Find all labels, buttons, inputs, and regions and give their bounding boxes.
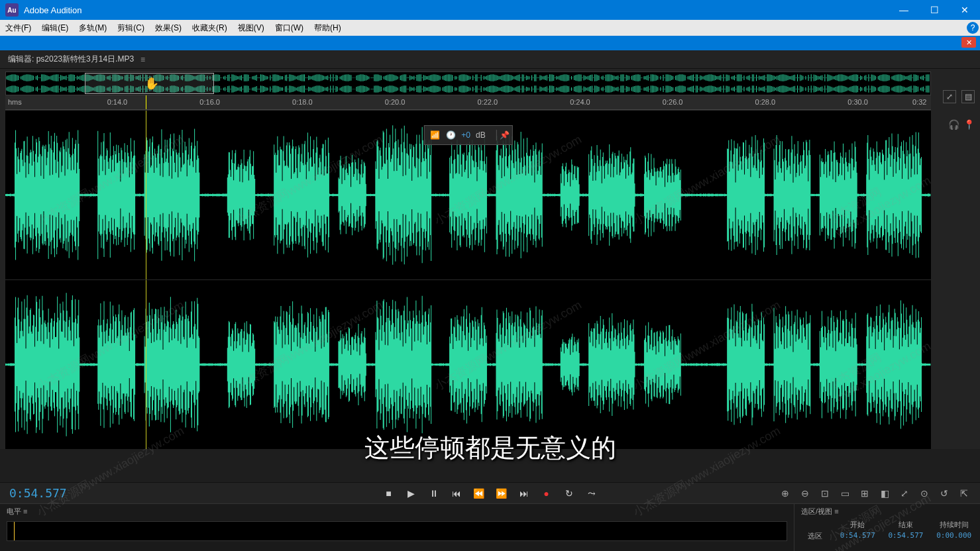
stop-button[interactable]: ■	[382, 488, 396, 499]
ruler-tick: 0:24.0	[570, 98, 590, 106]
editor-filename: ps2023新特性3月14日.MP3	[36, 54, 134, 65]
freq-display-toggle-icon[interactable]: ⤢	[943, 90, 956, 103]
sel-end-value[interactable]: 0:54.577	[884, 531, 928, 541]
loop-button[interactable]: ↻	[563, 488, 576, 499]
selection-panel: 选区/视图 ≡ 开始 结束 持续时间 选区 0:54.577 0:54.577 …	[794, 504, 980, 551]
zoom-tool-8[interactable]: ⊙	[918, 488, 931, 499]
menu-clip[interactable]: 剪辑(C)	[112, 20, 150, 36]
hand-cursor-icon: ✋	[144, 76, 159, 91]
headphone-icon[interactable]: 🎧	[948, 119, 959, 130]
playhead-line	[146, 280, 146, 449]
menu-view[interactable]: 视图(V)	[233, 20, 270, 36]
app-title: Adobe Audition	[24, 5, 82, 15]
ribbon-close-button[interactable]: ✕	[961, 37, 976, 48]
maximize-button[interactable]: ☐	[919, 0, 950, 20]
selection-panel-title: 选区/视图	[801, 507, 832, 517]
waveform-left-channel[interactable]: 📶 🕐 +0 dB 📌 dB -3-6-9 -12-18-∞ -18-12-9 …	[5, 110, 931, 279]
app-icon: Au	[5, 3, 19, 17]
zoom-tool-5[interactable]: ⊞	[858, 488, 871, 499]
menu-effects[interactable]: 效果(S)	[150, 20, 187, 36]
ruler-tick: 0:22.0	[477, 98, 498, 106]
zoom-fit-button[interactable]: ⊡	[818, 488, 832, 499]
overview-navigator[interactable]: ✋	[5, 72, 931, 95]
next-button[interactable]: ⏭	[517, 488, 531, 499]
levels-panel-menu-icon[interactable]: ≡	[23, 507, 27, 515]
level-meter	[7, 521, 787, 541]
time-ruler[interactable]: hms 0:14.0 0:16.0 0:18.0 0:20.0 0:22.0 0…	[5, 95, 931, 110]
playhead-marker[interactable]	[146, 95, 146, 109]
close-window-button[interactable]: ✕	[950, 0, 980, 20]
hud-clock-icon: 🕐	[445, 130, 456, 140]
menu-edit[interactable]: 编辑(E)	[36, 20, 74, 36]
sel-header-duration: 持续时间	[932, 520, 976, 530]
zoom-in-button[interactable]: ⊕	[779, 488, 792, 499]
record-button[interactable]: ●	[540, 488, 553, 499]
menu-window[interactable]: 窗口(W)	[270, 20, 309, 36]
rewind-button[interactable]: ⏪	[472, 488, 486, 499]
zoom-tool-9[interactable]: ↺	[938, 488, 951, 499]
hud-db-value[interactable]: +0	[461, 130, 470, 140]
menu-favorites[interactable]: 收藏夹(R)	[187, 20, 233, 36]
ruler-tick: 0:14.0	[107, 98, 128, 106]
sel-duration-value[interactable]: 0:00.000	[932, 531, 976, 541]
ruler-tick: 0:16.0	[199, 98, 220, 106]
menu-help[interactable]: 帮助(H)	[309, 20, 347, 36]
help-icon[interactable]: ?	[967, 22, 979, 34]
ruler-tick: 0:32	[912, 98, 926, 106]
levels-panel-title: 电平	[7, 507, 21, 517]
bottom-panels: 电平 ≡ 选区/视图 ≡ 开始 结束 持续时间 选区 0:54.577 0:54…	[0, 503, 980, 551]
editor-tab[interactable]: 编辑器: ps2023新特性3月14日.MP3 ≡	[0, 50, 980, 69]
sel-header-start: 开始	[836, 520, 880, 530]
menu-multitrack[interactable]: 多轨(M)	[74, 20, 112, 36]
waveform-right-channel[interactable]: dB -3-6-9 -12-18-∞ -18-12-9 -6-3 R	[5, 279, 931, 449]
skip-silence-button[interactable]: ⤳	[585, 488, 598, 499]
zoom-out-button[interactable]: ⊖	[798, 488, 812, 499]
timecode-display[interactable]: 0:54.577	[0, 486, 67, 500]
sel-row-label: 选区	[798, 531, 832, 541]
hud-pin-icon[interactable]: 📌	[496, 130, 507, 140]
play-button[interactable]: ▶	[405, 488, 418, 499]
pause-button[interactable]: ⏸	[427, 488, 441, 499]
hud-bars-icon: 📶	[429, 130, 440, 140]
sel-start-value[interactable]: 0:54.577	[836, 531, 880, 541]
editor-menu-icon[interactable]: ≡	[140, 55, 145, 64]
sel-header-end: 结束	[884, 520, 928, 530]
selection-panel-menu-icon[interactable]: ≡	[834, 507, 838, 515]
pin-icon[interactable]: 📍	[963, 119, 975, 130]
ruler-tick: 0:30.0	[847, 98, 868, 106]
prev-button[interactable]: ⏮	[450, 488, 463, 499]
gain-hud[interactable]: 📶 🕐 +0 dB 📌	[423, 125, 512, 145]
levels-panel: 电平 ≡	[0, 504, 794, 551]
spectral-toggle-icon[interactable]: ▤	[961, 90, 975, 103]
window-titlebar: Au Adobe Audition — ☐ ✕	[0, 0, 980, 20]
menu-file[interactable]: 文件(F)	[0, 20, 36, 36]
ruler-tick: 0:26.0	[663, 98, 683, 106]
subtitle-caption: 这些停顿都是无意义的	[364, 431, 616, 465]
toolbar-ribbon: ✕	[0, 36, 980, 50]
editor-prefix: 编辑器:	[8, 54, 34, 65]
ruler-unit: hms	[8, 98, 22, 106]
ruler-tick: 0:20.0	[385, 98, 406, 106]
zoom-tool-6[interactable]: ◧	[878, 488, 891, 499]
menu-bar: 文件(F) 编辑(E) 多轨(M) 剪辑(C) 效果(S) 收藏夹(R) 视图(…	[0, 20, 980, 36]
transport-bar: 0:54.577 ■ ▶ ⏸ ⏮ ⏪ ⏩ ⏭ ● ↻ ⤳ ⊕ ⊖ ⊡ ▭ ⊞ ◧…	[0, 482, 980, 503]
zoom-tool-10[interactable]: ⇱	[957, 488, 971, 499]
zoom-tool-7[interactable]: ⤢	[898, 488, 911, 499]
playhead-line	[146, 111, 146, 279]
level-meter-cursor	[14, 522, 15, 540]
forward-button[interactable]: ⏩	[495, 488, 508, 499]
ruler-tick: 0:28.0	[755, 98, 776, 106]
ruler-tick: 0:18.0	[292, 98, 313, 106]
hud-db-unit: dB	[476, 130, 486, 140]
minimize-button[interactable]: —	[889, 0, 919, 20]
zoom-full-button[interactable]: ▭	[838, 488, 851, 499]
